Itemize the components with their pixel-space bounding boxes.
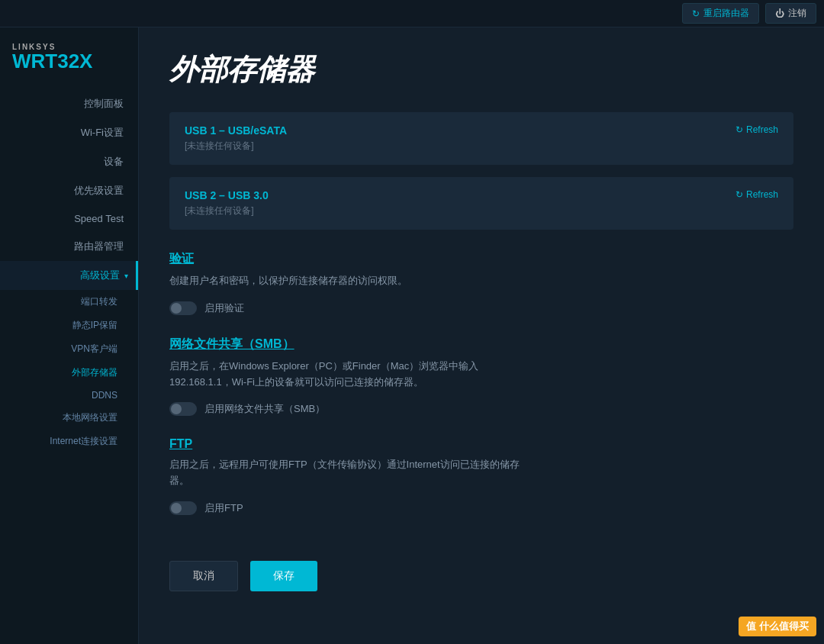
usb1-refresh-button[interactable]: ↻ Refresh bbox=[735, 124, 778, 135]
sidebar-item-local-network[interactable]: 本地网络设置 bbox=[0, 406, 138, 430]
restart-button[interactable]: ↻ 重启路由器 bbox=[682, 3, 759, 24]
top-bar: ↻ 重启路由器 ⏻ 注销 bbox=[0, 0, 824, 27]
smb-desc: 启用之后，在Windows Explorer（PC）或Finder（Mac）浏览… bbox=[169, 359, 520, 391]
watermark: 值 什么值得买 bbox=[739, 617, 816, 636]
usb1-section: USB 1 – USB/eSATA [未连接任何设备] ↻ Refresh bbox=[169, 112, 793, 165]
smb-toggle-label: 启用网络文件共享（SMB） bbox=[204, 402, 325, 416]
ftp-toggle-row: 启用FTP bbox=[169, 501, 793, 515]
sidebar-item-external-storage[interactable]: 外部存储器 bbox=[0, 361, 138, 385]
auth-toggle[interactable] bbox=[169, 301, 197, 315]
usb2-section: USB 2 – USB 3.0 [未连接任何设备] ↻ Refresh bbox=[169, 177, 793, 230]
smb-toggle-row: 启用网络文件共享（SMB） bbox=[169, 402, 793, 416]
logout-button[interactable]: ⏻ 注销 bbox=[765, 3, 816, 24]
auth-toggle-row: 启用验证 bbox=[169, 301, 793, 315]
page-title: 外部存储器 bbox=[169, 50, 793, 89]
auth-title: 验证 bbox=[169, 251, 793, 267]
sidebar-item-static-ip[interactable]: 静态IP保留 bbox=[0, 314, 138, 337]
power-icon: ⏻ bbox=[775, 8, 784, 19]
auth-toggle-label: 启用验证 bbox=[204, 301, 244, 315]
auth-desc: 创建用户名和密码，以保护所连接储存器的访问权限。 bbox=[169, 273, 520, 289]
ftp-section: FTP 启用之后，远程用户可使用FTP（文件传输协议）通过Internet访问已… bbox=[169, 437, 793, 515]
sidebar-item-control-panel[interactable]: 控制面板 bbox=[0, 89, 138, 118]
sidebar-item-ddns[interactable]: DDNS bbox=[0, 385, 138, 406]
refresh-icon: ↻ bbox=[692, 8, 700, 19]
main-layout: LINKSYS WRT32X 控制面板 Wi-Fi设置 设备 优先级设置 Spe… bbox=[0, 27, 824, 644]
sidebar: LINKSYS WRT32X 控制面板 Wi-Fi设置 设备 优先级设置 Spe… bbox=[0, 27, 139, 644]
sidebar-item-router-admin[interactable]: 路由器管理 bbox=[0, 232, 138, 261]
usb1-info: USB 1 – USB/eSATA [未连接任何设备] bbox=[185, 124, 287, 153]
sidebar-item-vpn-client[interactable]: VPN客户端 bbox=[0, 337, 138, 361]
ftp-desc: 启用之后，远程用户可使用FTP（文件传输协议）通过Internet访问已连接的储… bbox=[169, 457, 520, 489]
refresh-icon: ↻ bbox=[735, 124, 743, 135]
smb-title: 网络文件共享（SMB） bbox=[169, 336, 793, 353]
usb2-info: USB 2 – USB 3.0 [未连接任何设备] bbox=[185, 189, 269, 217]
auth-section: 验证 创建用户名和密码，以保护所连接储存器的访问权限。 启用验证 bbox=[169, 251, 793, 315]
smb-section: 网络文件共享（SMB） 启用之后，在Windows Explorer（PC）或F… bbox=[169, 336, 793, 417]
sidebar-item-devices[interactable]: 设备 bbox=[0, 147, 138, 176]
chevron-down-icon: ▾ bbox=[124, 272, 128, 280]
bottom-bar: 取消 保存 bbox=[169, 546, 793, 591]
sidebar-advanced-section[interactable]: 高级设置 ▾ bbox=[0, 261, 138, 290]
usb2-refresh-button[interactable]: ↻ Refresh bbox=[735, 189, 778, 200]
sidebar-item-port-forward[interactable]: 端口转发 bbox=[0, 290, 138, 314]
logo-area: LINKSYS WRT32X bbox=[0, 27, 138, 89]
cancel-button[interactable]: 取消 bbox=[169, 561, 238, 591]
sidebar-item-priority[interactable]: 优先级设置 bbox=[0, 176, 138, 205]
smb-toggle[interactable] bbox=[169, 402, 197, 416]
ftp-toggle[interactable] bbox=[169, 501, 197, 515]
logo-model: WRT32X bbox=[12, 51, 126, 71]
usb2-label: USB 2 – USB 3.0 bbox=[185, 189, 269, 201]
sidebar-item-speed-test[interactable]: Speed Test bbox=[0, 205, 138, 232]
content-area: 外部存储器 USB 1 – USB/eSATA [未连接任何设备] ↻ Refr… bbox=[139, 27, 824, 644]
sidebar-item-internet-settings[interactable]: Internet连接设置 bbox=[0, 430, 138, 453]
refresh-icon: ↻ bbox=[735, 189, 743, 200]
ftp-toggle-label: 启用FTP bbox=[204, 501, 243, 515]
usb2-status: [未连接任何设备] bbox=[185, 204, 269, 217]
ftp-title: FTP bbox=[169, 437, 793, 451]
usb1-status: [未连接任何设备] bbox=[185, 140, 287, 153]
sidebar-item-wifi[interactable]: Wi-Fi设置 bbox=[0, 118, 138, 147]
usb1-label: USB 1 – USB/eSATA bbox=[185, 124, 287, 137]
save-button[interactable]: 保存 bbox=[250, 561, 317, 591]
